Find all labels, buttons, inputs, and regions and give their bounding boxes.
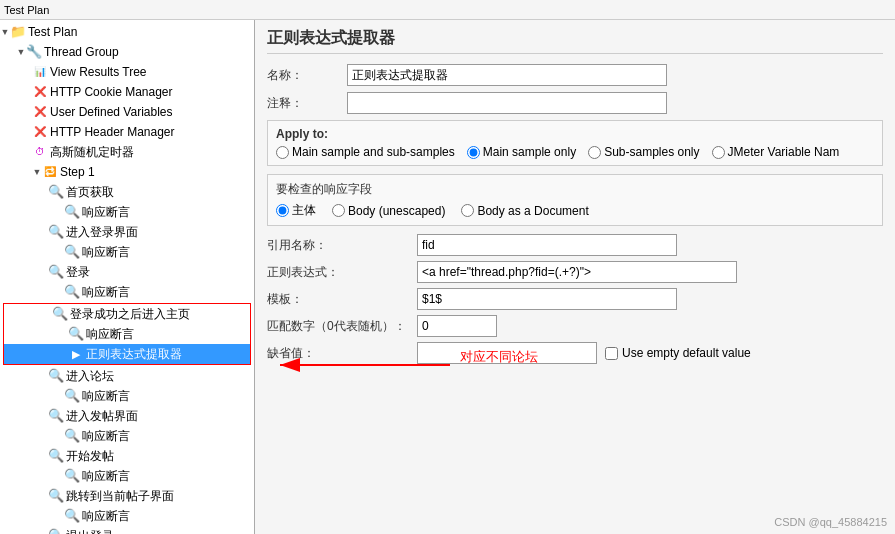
radio-jmeter-var[interactable]: JMeter Variable Nam: [712, 145, 840, 159]
assert3-label: 响应断言: [82, 283, 130, 301]
tree-item-assert5[interactable]: 🔍 响应断言: [0, 386, 254, 406]
login-icon: 🔍: [48, 264, 64, 280]
panel-title: 正则表达式提取器: [267, 28, 883, 54]
radio-body-unescaped-label: Body (unescaped): [348, 204, 445, 218]
tree-item-enter-post[interactable]: 🔍 进入发帖界面: [0, 406, 254, 426]
tree-item-assert1[interactable]: 🔍 响应断言: [0, 202, 254, 222]
tree-item-step1[interactable]: ▼ 🔁 Step 1: [0, 162, 254, 182]
template-input[interactable]: [417, 288, 677, 310]
tree-highlight-section: 🔍 登录成功之后进入主页 🔍 响应断言: [3, 303, 251, 365]
regex-label: 正则表达式提取器: [86, 345, 182, 363]
tree-item-timer[interactable]: ⏱ 高斯随机定时器: [0, 142, 254, 162]
assert7-icon: 🔍: [64, 468, 80, 484]
tree-item-assert2[interactable]: 🔍 响应断言: [0, 242, 254, 262]
thread-icon: 🔧: [26, 44, 42, 60]
tree-item-assert6[interactable]: 🔍 响应断言: [0, 426, 254, 446]
user-vars-icon: ❌: [32, 104, 48, 120]
tree-item-cookie[interactable]: ❌ HTTP Cookie Manager: [0, 82, 254, 102]
comment-input[interactable]: [347, 92, 667, 114]
empty-default-checkbox[interactable]: [605, 347, 618, 360]
header-icon: ❌: [32, 124, 48, 140]
assert3-icon: 🔍: [64, 284, 80, 300]
tree-item-start-post[interactable]: 🔍 开始发帖: [0, 446, 254, 466]
thread-group-label: Thread Group: [44, 43, 119, 61]
enter-forum-icon: 🔍: [48, 368, 64, 384]
expand-root: ▼: [0, 27, 10, 37]
tree-item-homepage[interactable]: 🔍 首页获取: [0, 182, 254, 202]
tree-item-login-page[interactable]: 🔍 进入登录界面: [0, 222, 254, 242]
radio-body-as-doc-input[interactable]: [461, 204, 474, 217]
login-page-icon: 🔍: [48, 224, 64, 240]
radio-main-sub-input[interactable]: [276, 146, 289, 159]
radio-body-as-doc-label: Body as a Document: [477, 204, 588, 218]
tree-item-assert7[interactable]: 🔍 响应断言: [0, 466, 254, 486]
tree-item-assert8[interactable]: 🔍 响应断言: [0, 506, 254, 526]
radio-main-only-input[interactable]: [467, 146, 480, 159]
tree-item-after-login[interactable]: 🔍 登录成功之后进入主页: [4, 304, 250, 324]
regex-row: 正则表达式：: [267, 261, 883, 283]
homepage-label: 首页获取: [66, 183, 114, 201]
after-login-label: 登录成功之后进入主页: [70, 305, 190, 323]
header-label: HTTP Header Manager: [50, 123, 175, 141]
regex-input[interactable]: [417, 261, 737, 283]
radio-body-as-doc[interactable]: Body as a Document: [461, 204, 588, 218]
assert5-label: 响应断言: [82, 387, 130, 405]
assert4-label: 响应断言: [86, 325, 134, 343]
empty-default-label[interactable]: Use empty default value: [605, 346, 751, 360]
tree-item-user-vars[interactable]: ❌ User Defined Variables: [0, 102, 254, 122]
assert8-label: 响应断言: [82, 507, 130, 525]
apply-to-radio-group: Main sample and sub-samples Main sample …: [276, 145, 874, 159]
user-vars-label: User Defined Variables: [50, 103, 173, 121]
expand-thread: ▼: [16, 47, 26, 57]
ref-name-label: 引用名称：: [267, 237, 417, 254]
start-post-icon: 🔍: [48, 448, 64, 464]
radio-main-only[interactable]: Main sample only: [467, 145, 576, 159]
assert1-icon: 🔍: [64, 204, 80, 220]
top-bar: Test Plan: [0, 0, 895, 20]
cookie-label: HTTP Cookie Manager: [50, 83, 173, 101]
radio-body-input[interactable]: [276, 204, 289, 217]
radio-sub-only[interactable]: Sub-samples only: [588, 145, 699, 159]
apply-to-section: Apply to: Main sample and sub-samples Ma…: [267, 120, 883, 166]
tree-item-root[interactable]: ▼ 📁 Test Plan: [0, 22, 254, 42]
jump-sub-icon: 🔍: [48, 488, 64, 504]
right-panel: 正则表达式提取器 名称： 注释： Apply to: Main sample a…: [255, 20, 895, 534]
radio-jmeter-var-input[interactable]: [712, 146, 725, 159]
enter-post-icon: 🔍: [48, 408, 64, 424]
default-input[interactable]: [417, 342, 597, 364]
root-label: Test Plan: [28, 23, 77, 41]
comment-label: 注释：: [267, 95, 347, 112]
name-input[interactable]: [347, 64, 667, 86]
tree-item-jump-sub[interactable]: 🔍 跳转到当前帖子界面: [0, 486, 254, 506]
ref-name-input[interactable]: [417, 234, 677, 256]
template-label: 模板：: [267, 291, 417, 308]
tree-item-login[interactable]: 🔍 登录: [0, 262, 254, 282]
empty-default-text: Use empty default value: [622, 346, 751, 360]
apply-to-label: Apply to:: [276, 127, 874, 141]
enter-forum-label: 进入论坛: [66, 367, 114, 385]
tree-item-assert3[interactable]: 🔍 响应断言: [0, 282, 254, 302]
logout-icon: 🔍: [48, 528, 64, 534]
tree-item-logout[interactable]: 🔍 退出登录: [0, 526, 254, 534]
radio-main-sub[interactable]: Main sample and sub-samples: [276, 145, 455, 159]
radio-body[interactable]: 主体: [276, 202, 316, 219]
folder-icon: 📁: [10, 24, 26, 40]
match-no-input[interactable]: [417, 315, 497, 337]
tree-item-assert4[interactable]: 🔍 响应断言: [4, 324, 250, 344]
tree-item-enter-forum[interactable]: 🔍 进入论坛: [0, 366, 254, 386]
after-login-icon: 🔍: [52, 306, 68, 322]
radio-body-unescaped-input[interactable]: [332, 204, 345, 217]
ref-name-row: 引用名称：: [267, 234, 883, 256]
radio-sub-only-input[interactable]: [588, 146, 601, 159]
tree-item-header[interactable]: ❌ HTTP Header Manager: [0, 122, 254, 142]
step1-icon: 🔁: [42, 164, 58, 180]
radio-jmeter-var-label: JMeter Variable Nam: [728, 145, 840, 159]
radio-body-unescaped[interactable]: Body (unescaped): [332, 204, 445, 218]
tree-item-view-results[interactable]: 📊 View Results Tree: [0, 62, 254, 82]
response-radio-group: 主体 Body (unescaped) Body as a Document: [276, 202, 874, 219]
assert5-icon: 🔍: [64, 388, 80, 404]
tree-item-thread-group[interactable]: ▼ 🔧 Thread Group: [0, 42, 254, 62]
view-results-icon: 📊: [32, 64, 48, 80]
template-row: 模板：: [267, 288, 883, 310]
tree-item-regex[interactable]: ▶ 正则表达式提取器: [4, 344, 250, 364]
